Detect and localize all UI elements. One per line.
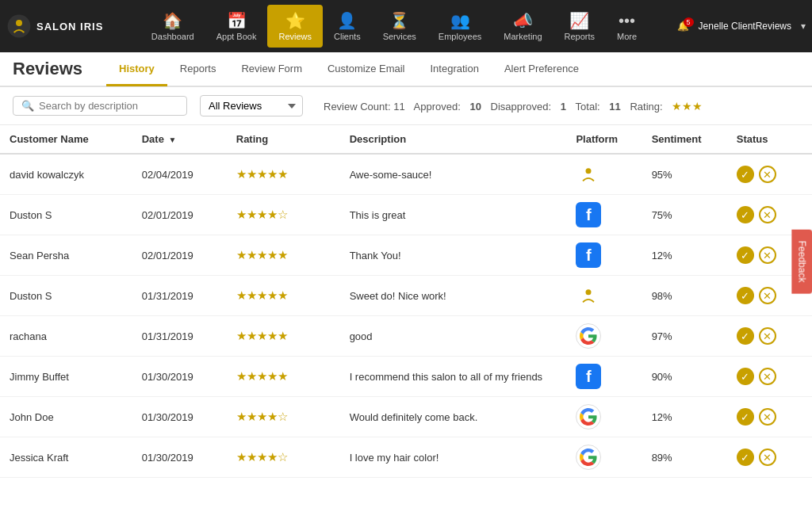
col-header-description: Description	[340, 125, 567, 154]
col-header-status: Status	[727, 125, 812, 154]
date-cell: 01/31/2019	[132, 276, 227, 316]
feedback-tab[interactable]: Feedback	[792, 230, 812, 294]
platform-google-icon	[576, 404, 601, 429]
platform-facebook-icon: f	[576, 242, 601, 268]
sentiment-cell: 75%	[642, 195, 727, 235]
dashboard-icon: 🏠	[163, 11, 182, 30]
nav-item-more[interactable]: •••More	[606, 6, 648, 48]
rating-cell: ★★★★☆	[227, 478, 340, 487]
clients-icon: 👤	[337, 11, 357, 30]
nav-item-reviews[interactable]: ⭐Reviews	[267, 5, 323, 48]
table-row: John Doe 01/30/2019 ★★★★☆ Would definite…	[0, 397, 812, 437]
nav-item-marketing[interactable]: 📣Marketing	[492, 5, 553, 48]
customer-name-cell: rachana	[0, 316, 132, 357]
platform-cell	[566, 478, 642, 487]
brand[interactable]: SALON IRIS	[6, 13, 103, 39]
platform-cell	[566, 276, 642, 316]
status-icons: ✓ ✕	[737, 408, 802, 426]
approve-button[interactable]: ✓	[737, 287, 754, 304]
total-stat: Total: 11	[576, 101, 624, 113]
date-cell: 02/04/2019	[132, 154, 227, 195]
nav-item-reports[interactable]: 📈Reports	[553, 5, 607, 48]
description-cell: Awe-some-sauce!	[340, 154, 567, 195]
status-icons: ✓ ✕	[737, 166, 802, 183]
date-cell: 01/31/2019	[132, 316, 227, 357]
reviews-filter-dropdown[interactable]: All Reviews Approved Disapproved	[200, 95, 303, 116]
table-row: Jimmy Buffet 01/30/2019 ★★★★★ I recommen…	[0, 357, 812, 397]
approve-button[interactable]: ✓	[737, 327, 754, 345]
customer-name-cell: Jessica Kraft	[0, 437, 132, 478]
table-row: Duston S 02/01/2019 ★★★★☆ This is great …	[0, 195, 812, 235]
date-sort-icon[interactable]: ▼	[169, 136, 177, 144]
tab-integration[interactable]: Integration	[418, 53, 492, 86]
customer-name-cell: John Doe	[0, 397, 132, 437]
description-cell: What an awesome salon!	[340, 478, 567, 487]
approve-button[interactable]: ✓	[737, 206, 754, 223]
nav-item-dashboard[interactable]: 🏠Dashboard	[140, 5, 205, 48]
stars-icon: ★★★★★	[236, 329, 288, 342]
approve-button[interactable]: ✓	[737, 449, 754, 466]
disapprove-button[interactable]: ✕	[759, 408, 776, 426]
bell-badge: 5	[684, 17, 694, 27]
disapprove-button[interactable]: ✕	[759, 327, 776, 345]
disapprove-button[interactable]: ✕	[759, 368, 776, 385]
tab-customize_email[interactable]: Customize Email	[315, 53, 418, 86]
col-header-sentiment: Sentiment	[642, 125, 727, 154]
description-cell: Thank You!	[340, 235, 567, 276]
rating-cell: ★★★★★	[227, 276, 340, 316]
table-row: Duston S 01/31/2019 ★★★★★ Sweet do! Nice…	[0, 276, 812, 316]
approve-button[interactable]: ✓	[737, 408, 754, 426]
search-input[interactable]	[39, 100, 178, 112]
status-icons: ✓ ✕	[737, 327, 802, 345]
approve-button[interactable]: ✓	[737, 246, 754, 264]
nav-item-services[interactable]: ⏳Services	[372, 5, 427, 48]
approved-stat: Approved: 10	[414, 101, 485, 113]
stars-icon: ★★★★☆	[236, 410, 288, 423]
date-cell: 01/30/2019	[132, 437, 227, 478]
brand-name: SALON IRIS	[36, 21, 103, 32]
rating-cell: ★★★★☆	[227, 397, 340, 437]
platform-cell	[566, 437, 642, 478]
user-dropdown-icon[interactable]: ▾	[801, 21, 806, 32]
platform-cell	[566, 154, 642, 195]
disapprove-button[interactable]: ✕	[759, 206, 776, 223]
nav-item-clients[interactable]: 👤Clients	[323, 5, 372, 48]
tab-alert_preference[interactable]: Alert Preference	[492, 53, 592, 86]
disapprove-button[interactable]: ✕	[759, 166, 776, 183]
platform-cell: f	[566, 235, 642, 276]
disapprove-button[interactable]: ✕	[759, 449, 776, 466]
tab-review_form[interactable]: Review Form	[228, 53, 315, 86]
platform-cell: f	[566, 195, 642, 235]
notifications-bell[interactable]: 🔔 5	[677, 21, 689, 32]
stars-icon: ★★★★☆	[236, 208, 288, 221]
disapprove-button[interactable]: ✕	[759, 246, 776, 264]
sub-nav: Reviews HistoryReportsReview FormCustomi…	[0, 52, 812, 87]
disapprove-button[interactable]: ✕	[759, 287, 776, 304]
tab-history[interactable]: History	[106, 53, 167, 86]
table-row: david kowalczyk 02/04/2019 ★★★★★ Awe-som…	[0, 154, 812, 195]
sentiment-cell: 89%	[642, 437, 727, 478]
description-cell: Sweet do! Nice work!	[340, 276, 567, 316]
employees-icon: 👥	[450, 11, 470, 30]
nav-label-apptbook: Appt Book	[216, 32, 257, 41]
more-icon: •••	[619, 12, 635, 30]
date-cell: 02/01/2019	[132, 235, 227, 276]
nav-label-clients: Clients	[334, 32, 361, 41]
date-cell: 01/30/2019	[132, 478, 227, 487]
rating-cell: ★★★★★	[227, 357, 340, 397]
tab-reports[interactable]: Reports	[167, 53, 229, 86]
nav-item-apptbook[interactable]: 📅Appt Book	[205, 5, 268, 48]
sentiment-cell: 99%	[642, 478, 727, 487]
approve-button[interactable]: ✓	[737, 368, 754, 385]
table-row: rachana 01/31/2019 ★★★★★ good 97% ✓ ✕	[0, 316, 812, 357]
nav-item-employees[interactable]: 👥Employees	[427, 5, 492, 48]
search-wrap: 🔍	[13, 96, 187, 116]
table-header-row: Customer Name Date ▼ Rating Description …	[0, 125, 812, 154]
approve-button[interactable]: ✓	[737, 166, 754, 183]
review-count: Review Count: 11	[324, 101, 405, 113]
stars-icon: ★★★★★	[236, 248, 288, 262]
status-cell: ✓ ✕	[727, 154, 812, 195]
col-header-customer-name: Customer Name	[0, 125, 132, 154]
user-menu[interactable]: Jenelle ClientReviews	[699, 21, 791, 32]
nav-label-more: More	[617, 32, 637, 41]
